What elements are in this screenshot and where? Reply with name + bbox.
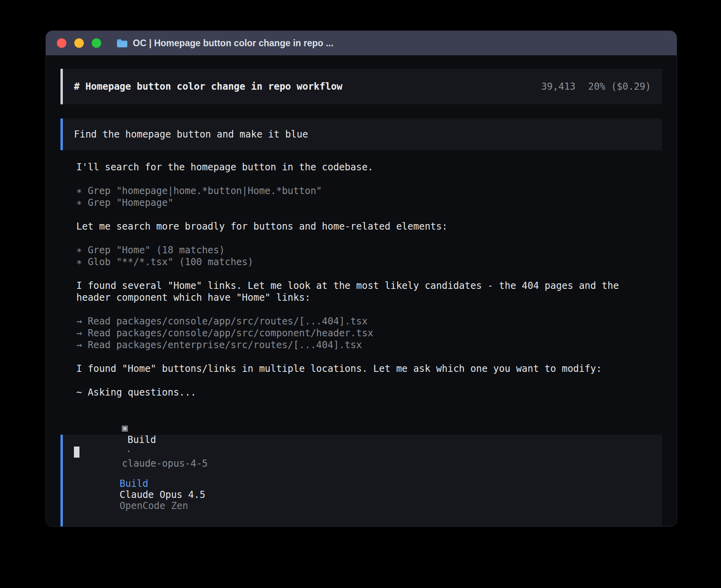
input-provider: OpenCode Zen: [120, 500, 188, 511]
session-stats: 39,413 20% ($0.29): [541, 81, 651, 92]
tool-call-glob: ∗ Glob "**/*.tsx" (100 matches): [76, 256, 662, 268]
agent-model: claude-opus-4-5: [122, 458, 208, 469]
window-title: OC | Homepage button color change in rep…: [133, 38, 333, 49]
assistant-message: header component which have "Home" links…: [76, 292, 662, 303]
assistant-message: I found several "Home" links. Let me loo…: [76, 280, 662, 292]
tool-call-grep-2: ∗ Grep "Homepage": [76, 197, 662, 209]
agent-icon: ▣: [122, 422, 128, 433]
terminal-content: # Homepage button color change in repo w…: [46, 69, 677, 527]
terminal-window: OC | Homepage button color change in rep…: [45, 30, 677, 527]
assistant-message: I'll search for the homepage button in t…: [76, 161, 662, 173]
zoom-button[interactable]: [92, 38, 101, 48]
close-button[interactable]: [57, 38, 66, 48]
assistant-message: Let me search more broadly for buttons a…: [76, 220, 662, 232]
transcript: I'll search for the homepage button in t…: [60, 161, 662, 422]
folder-icon: [116, 39, 127, 47]
token-count: 39,413: [541, 81, 576, 92]
title-group: OC | Homepage button color change in rep…: [116, 38, 333, 49]
window-titlebar: OC | Homepage button color change in rep…: [46, 31, 677, 55]
prompt-input[interactable]: Build Claude Opus 4.5 OpenCode Zen: [60, 435, 662, 527]
user-message-text: Find the homepage button and make it blu…: [74, 129, 308, 140]
tool-call-read-1: → Read packages/console/app/src/routes/[…: [76, 315, 662, 327]
session-header: # Homepage button color change in repo w…: [60, 69, 662, 104]
asking-status: ~ Asking questions...: [76, 386, 662, 398]
input-model[interactable]: Claude Opus 4.5: [120, 489, 206, 500]
tool-call-read-3: → Read packages/enterprise/src/routes/[.…: [76, 339, 662, 351]
session-title: # Homepage button color change in repo w…: [74, 81, 342, 92]
assistant-message: I found "Home" buttons/links in multiple…: [76, 363, 662, 375]
agent-separator: ·: [126, 446, 132, 457]
agent-status-line: ▣ Build · claude-opus-4-5: [76, 410, 662, 422]
agent-name: Build: [128, 434, 156, 445]
context-usage: 20% ($0.29): [588, 81, 651, 92]
tool-call-grep-3: ∗ Grep "Home" (18 matches): [76, 244, 662, 256]
tool-call-read-2: → Read packages/console/app/src/componen…: [76, 327, 662, 339]
minimize-button[interactable]: [74, 38, 84, 48]
input-meta: Build Claude Opus 4.5 OpenCode Zen: [74, 467, 651, 522]
user-message: Find the homepage button and make it blu…: [60, 119, 662, 150]
traffic-lights: [57, 38, 101, 48]
tool-call-grep-1: ∗ Grep "homepage|home.*button|Home.*butt…: [76, 185, 662, 197]
input-mode[interactable]: Build: [120, 478, 148, 489]
